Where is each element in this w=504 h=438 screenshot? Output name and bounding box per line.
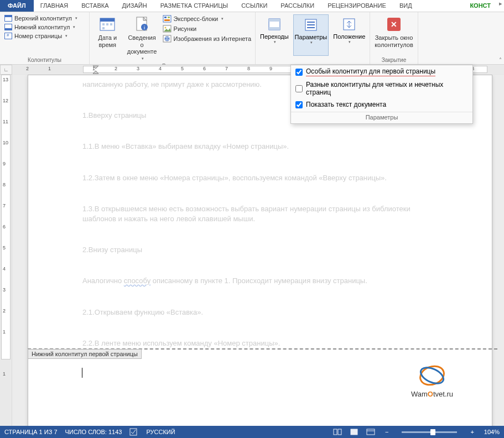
tab-header-footer-tools[interactable]: КОНСТ bbox=[463, 0, 497, 12]
web-layout-icon[interactable] bbox=[366, 428, 375, 436]
svg-point-14 bbox=[164, 27, 166, 29]
navigation-label: Переходы bbox=[260, 33, 289, 40]
svg-rect-11 bbox=[168, 17, 170, 18]
ruler-tick: 5 bbox=[181, 66, 184, 71]
ruler-tick: 13 bbox=[3, 77, 8, 82]
option-odd-even-label: Разные колонтитулы для четных и нечетных… bbox=[306, 81, 468, 96]
text-cursor bbox=[82, 368, 82, 378]
ruler-tick: 4 bbox=[3, 266, 6, 272]
ruler-tick: 7 bbox=[225, 66, 228, 71]
zoom-out-button[interactable]: − bbox=[383, 429, 391, 435]
checkbox-first-page[interactable] bbox=[295, 69, 303, 76]
tab-stop-selector[interactable]: ∟ bbox=[0, 65, 12, 75]
zoom-value[interactable]: 104% bbox=[484, 429, 500, 435]
tab-layout[interactable]: РАЗМЕТКА СТРАНИЦЫ bbox=[154, 0, 235, 12]
checkbox-odd-even[interactable] bbox=[295, 85, 303, 92]
ruler-tick: 3 bbox=[137, 66, 139, 71]
collapse-ribbon-button[interactable]: ˄ bbox=[499, 57, 502, 63]
pictures-label: Рисунки bbox=[174, 25, 197, 32]
option-odd-even[interactable]: Разные колонтитулы для четных и нечетных… bbox=[291, 79, 472, 98]
zoom-slider[interactable] bbox=[402, 431, 457, 433]
online-pictures-button[interactable]: Изображения из Интернета bbox=[162, 34, 252, 43]
svg-rect-31 bbox=[367, 429, 375, 435]
options-dropdown-panel: Особый колонтитул для первой страницы Ра… bbox=[290, 65, 473, 124]
position-label: Положение bbox=[333, 33, 365, 40]
doc-paragraph: 1.3.В открывшемся меню есть возможность … bbox=[82, 204, 438, 224]
online-picture-icon bbox=[163, 35, 172, 43]
tab-mailings[interactable]: РАССЫЛКИ bbox=[274, 0, 321, 12]
ruler-tick: 11 bbox=[3, 119, 8, 124]
navigation-icon bbox=[266, 15, 283, 33]
options-label: Параметры bbox=[295, 34, 328, 40]
tab-view[interactable]: ВИД bbox=[393, 0, 419, 12]
online-pictures-label: Изображения из Интернета bbox=[174, 35, 251, 42]
options-button[interactable]: Параметры ▾ bbox=[293, 14, 329, 56]
print-layout-icon[interactable] bbox=[350, 428, 358, 436]
svg-rect-29 bbox=[338, 429, 341, 435]
ruler-tick: 4 bbox=[159, 66, 162, 71]
checkbox-show-doc[interactable] bbox=[295, 101, 303, 108]
footer-tag[interactable]: Нижний колонтитул первой страницы bbox=[28, 349, 142, 359]
chevron-down-icon: ▾ bbox=[349, 40, 351, 44]
close-header-footer-button[interactable]: ✕ Закрыть окно колонтитулов bbox=[373, 14, 414, 56]
svg-rect-23 bbox=[307, 27, 315, 28]
status-page[interactable]: СТРАНИЦА 1 ИЗ 7 bbox=[4, 429, 58, 435]
tab-review[interactable]: РЕЦЕНЗИРОВАНИЕ bbox=[321, 0, 393, 12]
navigation-button[interactable]: Переходы ▾ bbox=[259, 14, 290, 56]
pictures-button[interactable]: Рисунки bbox=[162, 24, 252, 33]
ruler-tick: 10 bbox=[3, 140, 8, 145]
doc-paragraph: 1.2.Затем в окне меню «Номера страницы»,… bbox=[82, 173, 438, 183]
date-time-button[interactable]: Дата и время bbox=[93, 14, 122, 62]
logo-text: WamOtvet.ru bbox=[399, 390, 465, 398]
svg-rect-10 bbox=[164, 17, 167, 18]
watermark-logo: WamOtvet.ru bbox=[399, 362, 465, 398]
footer-icon bbox=[4, 24, 12, 30]
svg-rect-5 bbox=[102, 27, 105, 29]
tab-file[interactable]: ФАЙЛ bbox=[0, 0, 34, 12]
page-number-icon bbox=[4, 33, 12, 39]
tab-home[interactable]: ГЛАВНАЯ bbox=[34, 0, 75, 12]
date-time-label: Дата и время bbox=[94, 34, 121, 48]
document-area: 131211109876543211 написанную работу, не… bbox=[0, 75, 504, 426]
ruler-tick: 1 bbox=[3, 329, 6, 335]
ribbon: Верхний колонтитул ▾ Нижний колонтитул ▾… bbox=[0, 12, 504, 65]
header-button[interactable]: Верхний колонтитул ▾ bbox=[3, 14, 79, 22]
page-viewport[interactable]: написанную работу, не примут даже к расс… bbox=[12, 75, 504, 426]
logo-icon bbox=[415, 362, 449, 389]
quick-parts-button[interactable]: Экспресс-блоки ▾ bbox=[162, 14, 252, 23]
svg-rect-9 bbox=[163, 15, 171, 22]
chevron-down-icon: ▾ bbox=[65, 34, 67, 38]
quick-parts-icon bbox=[163, 15, 172, 23]
footer-button[interactable]: Нижний колонтитул ▾ bbox=[3, 23, 79, 31]
zoom-thumb[interactable] bbox=[430, 429, 435, 435]
zoom-in-button[interactable]: + bbox=[468, 429, 476, 435]
chevron-down-icon: ▾ bbox=[274, 40, 276, 44]
svg-rect-30 bbox=[351, 429, 357, 435]
tab-scroll-right[interactable]: ▸ bbox=[497, 0, 504, 12]
svg-rect-21 bbox=[307, 22, 315, 23]
read-mode-icon[interactable] bbox=[333, 428, 342, 436]
tab-design[interactable]: ДИЗАЙН bbox=[115, 0, 153, 12]
ruler-tick: 9 bbox=[269, 66, 272, 71]
tab-insert[interactable]: ВСТАВКА bbox=[75, 0, 115, 12]
option-show-doc[interactable]: Показать текст документа bbox=[291, 98, 472, 111]
vertical-ruler[interactable]: 131211109876543211 bbox=[0, 75, 12, 426]
indent-marker[interactable] bbox=[92, 65, 98, 73]
document-info-icon: i bbox=[133, 15, 151, 33]
ruler-tick: 7 bbox=[3, 203, 6, 208]
option-first-page[interactable]: Особый колонтитул для первой страницы bbox=[291, 65, 472, 79]
status-bar: СТРАНИЦА 1 ИЗ 7 ЧИСЛО СЛОВ: 1143 РУССКИЙ… bbox=[0, 426, 504, 438]
ruler-tick: 1 bbox=[48, 66, 51, 71]
options-icon bbox=[302, 16, 320, 34]
doc-info-button[interactable]: i Сведения о документе ▾ bbox=[126, 14, 159, 62]
status-language[interactable]: РУССКИЙ bbox=[146, 429, 175, 435]
tab-references[interactable]: ССЫЛКИ bbox=[235, 0, 274, 12]
option-first-page-label: Особый колонтитул для первой страницы bbox=[306, 67, 435, 76]
doc-paragraph: 1.1.В меню «Вставка» выбираем вкладку «Н… bbox=[82, 142, 438, 152]
status-words[interactable]: ЧИСЛО СЛОВ: 1143 bbox=[65, 429, 122, 435]
spellcheck-icon[interactable] bbox=[129, 428, 138, 436]
close-icon: ✕ bbox=[385, 15, 403, 33]
page-number-button[interactable]: Номер страницы ▾ bbox=[3, 32, 79, 40]
position-button[interactable]: Положение ▾ bbox=[332, 14, 366, 56]
ruler-tick: 3 bbox=[3, 287, 6, 293]
